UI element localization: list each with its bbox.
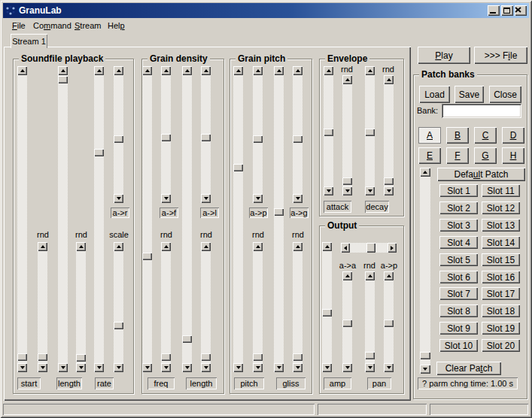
bank-name-input[interactable]	[442, 104, 521, 118]
scroll-up-button[interactable]	[384, 75, 394, 84]
bank-button-f[interactable]: F	[446, 147, 469, 164]
scroll-down-button[interactable]	[342, 186, 352, 195]
scroll-thumb[interactable]	[384, 177, 394, 185]
maximize-button[interactable]	[501, 5, 513, 16]
scroll-thumb[interactable]	[58, 76, 68, 83]
scroll-thumb[interactable]	[322, 309, 332, 317]
slider-rate[interactable]	[94, 66, 104, 372]
slot-button-5[interactable]: Slot 5	[439, 253, 478, 266]
slider-rate-scale[interactable]	[114, 242, 123, 372]
scroll-thumb[interactable]	[324, 129, 333, 136]
slot-button-8[interactable]: Slot 8	[439, 304, 478, 317]
scroll-down-button[interactable]	[384, 363, 394, 372]
scroll-track[interactable]	[384, 280, 394, 363]
bank-button-h[interactable]: H	[502, 147, 524, 164]
slider-length-rnd[interactable]	[76, 242, 86, 372]
scroll-track[interactable]	[142, 75, 152, 363]
scroll-up-button[interactable]	[233, 66, 243, 75]
scroll-down-button[interactable]	[142, 363, 152, 372]
scroll-track[interactable]	[161, 251, 171, 363]
scroll-thumb[interactable]	[342, 177, 352, 185]
scroll-up-button[interactable]	[342, 271, 352, 280]
scroll-track[interactable]	[233, 75, 243, 363]
scroll-thumb[interactable]	[233, 164, 243, 171]
scroll-up-button[interactable]	[38, 242, 47, 251]
scroll-track[interactable]	[365, 280, 375, 363]
scroll-track[interactable]	[365, 75, 375, 186]
scroll-up-button[interactable]	[76, 242, 86, 251]
slot-button-2[interactable]: Slot 2	[439, 201, 478, 214]
scroll-thumb[interactable]	[201, 134, 211, 141]
scroll-down-button[interactable]	[201, 363, 211, 372]
scroll-down-button[interactable]	[161, 363, 171, 372]
scroll-track[interactable]	[253, 251, 263, 363]
scroll-up-button[interactable]	[365, 271, 375, 280]
scroll-down-button[interactable]	[94, 363, 104, 372]
scroll-track[interactable]	[324, 75, 333, 186]
scroll-thumb[interactable]	[365, 352, 375, 359]
scroll-down-button[interactable]	[384, 186, 394, 195]
scroll-track[interactable]	[182, 75, 192, 363]
slider-grain-freq[interactable]	[142, 66, 152, 372]
scroll-up-button[interactable]	[161, 66, 171, 75]
scroll-down-button[interactable]	[38, 363, 47, 372]
scroll-track[interactable]	[94, 75, 104, 363]
slot-button-15[interactable]: Slot 15	[482, 253, 520, 266]
scroll-thumb[interactable]	[342, 320, 352, 327]
scroll-track[interactable]	[201, 75, 211, 194]
tab-stream-1[interactable]: Stream 1	[11, 34, 47, 48]
bank-button-g[interactable]: G	[474, 147, 497, 164]
scroll-up-button[interactable]	[324, 66, 333, 75]
render-to-file-button[interactable]: >>> File	[474, 47, 527, 64]
slider-amp-to-length[interactable]	[201, 66, 211, 203]
scroll-track[interactable]	[274, 75, 284, 363]
scroll-up-button[interactable]	[17, 66, 27, 75]
close-button[interactable]	[515, 5, 527, 16]
slider-grain-length[interactable]	[182, 66, 192, 372]
slider-grain-pitch-rnd[interactable]	[253, 242, 263, 372]
slider-amp-to-pan[interactable]	[384, 271, 394, 372]
scroll-up-button[interactable]	[161, 242, 171, 251]
slot-button-16[interactable]: Slot 16	[482, 271, 520, 283]
scroll-track[interactable]	[293, 75, 302, 194]
scroll-down-button[interactable]	[114, 194, 123, 203]
slot-button-14[interactable]: Slot 14	[482, 236, 520, 249]
scroll-down-button[interactable]	[182, 363, 192, 372]
slider-gliss-rnd[interactable]	[293, 242, 302, 372]
scroll-thumb[interactable]	[182, 335, 192, 343]
scroll-down-button[interactable]	[76, 363, 86, 372]
scroll-down-button[interactable]	[365, 363, 375, 372]
scroll-thumb[interactable]	[253, 353, 263, 361]
scroll-up-button[interactable]	[384, 271, 394, 280]
menu-file[interactable]: File	[11, 20, 27, 31]
scroll-track[interactable]	[342, 84, 352, 186]
scroll-thumb[interactable]	[142, 253, 152, 260]
scroll-up-button[interactable]	[342, 75, 352, 84]
scroll-track[interactable]	[420, 177, 430, 365]
scroll-thumb[interactable]	[17, 353, 27, 361]
scroll-down-button[interactable]	[253, 194, 263, 203]
scroll-thumb[interactable]	[293, 135, 302, 143]
slot-button-20[interactable]: Slot 20	[482, 339, 520, 352]
slider-start-rnd[interactable]	[38, 242, 47, 372]
scroll-thumb[interactable]	[384, 320, 394, 327]
close-bank-button[interactable]: Close	[489, 86, 521, 103]
scroll-down-button[interactable]	[17, 363, 27, 372]
scroll-down-button[interactable]	[365, 186, 375, 195]
scroll-down-button[interactable]	[253, 363, 263, 372]
slider-amp-to-freq[interactable]	[161, 66, 171, 203]
scroll-right-button[interactable]	[388, 243, 397, 253]
scroll-down-button[interactable]	[324, 186, 333, 195]
scroll-track[interactable]	[384, 84, 394, 186]
bank-button-a[interactable]: A	[418, 127, 441, 144]
scroll-track[interactable]	[322, 251, 332, 363]
slider-amp-to-amp[interactable]	[342, 271, 352, 372]
scroll-up-button[interactable]	[201, 66, 211, 75]
scroll-up-button[interactable]	[274, 66, 284, 75]
play-button[interactable]: Play	[418, 47, 470, 64]
scroll-thumb[interactable]	[38, 353, 47, 361]
menu-stream[interactable]: Stream	[73, 20, 102, 31]
scroll-track[interactable]	[342, 280, 352, 363]
scroll-thumb[interactable]	[366, 243, 375, 253]
scroll-thumb[interactable]	[114, 135, 123, 143]
